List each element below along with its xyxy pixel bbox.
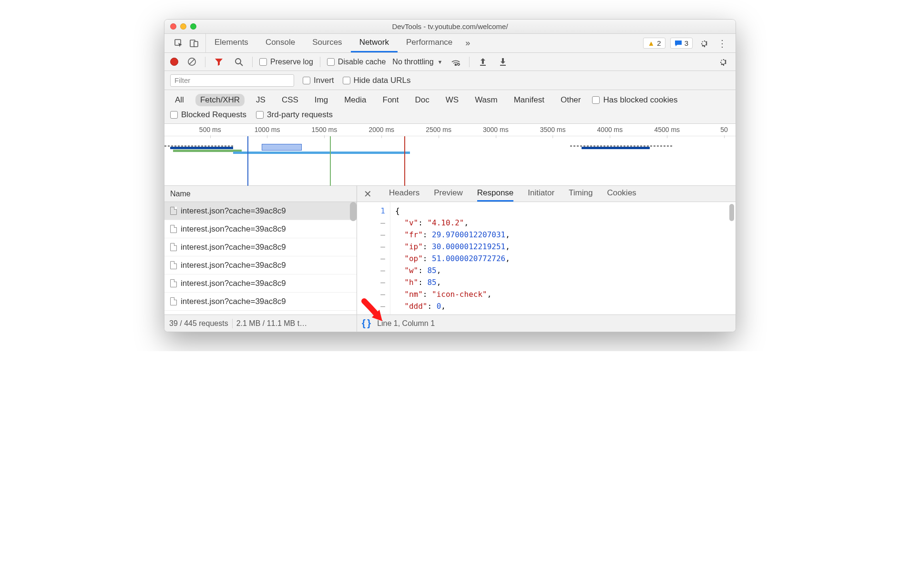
- minimize-window-button[interactable]: [180, 23, 186, 30]
- detail-tab-preview[interactable]: Preview: [434, 186, 462, 202]
- svg-point-8: [458, 63, 460, 65]
- tabs-overflow-icon[interactable]: »: [461, 37, 474, 50]
- kebab-menu-icon[interactable]: ⋮: [716, 37, 729, 50]
- request-name: interest.json?cache=39ac8c9: [181, 206, 286, 216]
- search-icon[interactable]: [232, 55, 245, 69]
- timeline-tick: 2000 ms: [368, 126, 394, 133]
- type-filter-all[interactable]: All: [170, 94, 189, 106]
- svg-point-7: [455, 64, 457, 65]
- request-name: interest.json?cache=39ac8c9: [181, 243, 286, 252]
- messages-badge[interactable]: 3: [670, 38, 693, 49]
- has-blocked-cookies-checkbox[interactable]: Has blocked cookies: [592, 95, 677, 105]
- warnings-count: 2: [657, 39, 661, 47]
- third-party-checkbox[interactable]: 3rd-party requests: [256, 110, 333, 120]
- request-list-header[interactable]: Name: [164, 186, 357, 202]
- tab-sources[interactable]: Sources: [304, 34, 350, 52]
- timeline-marker: [330, 136, 331, 186]
- disable-cache-checkbox[interactable]: Disable cache: [327, 58, 386, 66]
- pretty-print-icon[interactable]: { }: [362, 318, 370, 329]
- response-body[interactable]: 1–––––––– { "v": "4.10.2", "fr": 29.9700…: [357, 202, 736, 314]
- invert-checkbox[interactable]: Invert: [303, 76, 334, 85]
- message-icon: [675, 40, 682, 47]
- request-detail: ✕ HeadersPreviewResponseInitiatorTimingC…: [357, 186, 736, 314]
- type-filter-img[interactable]: Img: [310, 94, 333, 106]
- timeline-tick: 3000 ms: [483, 126, 509, 133]
- tab-network[interactable]: Network: [351, 34, 398, 52]
- record-button[interactable]: [170, 58, 178, 66]
- hide-data-urls-checkbox[interactable]: Hide data URLs: [343, 76, 411, 85]
- detail-tab-timing[interactable]: Timing: [569, 186, 593, 202]
- close-window-button[interactable]: [170, 23, 176, 30]
- svg-rect-10: [500, 65, 506, 66]
- network-settings-icon[interactable]: [716, 55, 730, 69]
- type-filter-doc[interactable]: Doc: [410, 94, 434, 106]
- request-row[interactable]: interest.json?cache=39ac8c9: [164, 202, 357, 220]
- detail-tab-cookies[interactable]: Cookies: [607, 186, 636, 202]
- file-icon: [170, 243, 177, 251]
- throttling-dropdown[interactable]: No throttling▼: [392, 58, 442, 66]
- request-row[interactable]: interest.json?cache=39ac8c9: [164, 256, 357, 274]
- timeline-tick: 4000 ms: [597, 126, 623, 133]
- detail-tab-initiator[interactable]: Initiator: [528, 186, 554, 202]
- svg-rect-2: [194, 41, 198, 47]
- device-toolbar-icon[interactable]: [187, 37, 201, 50]
- detail-tab-response[interactable]: Response: [477, 186, 514, 202]
- warnings-badge[interactable]: ▲ 2: [643, 38, 665, 49]
- clear-icon[interactable]: [185, 55, 198, 69]
- detail-tab-headers[interactable]: Headers: [389, 186, 419, 202]
- tab-elements[interactable]: Elements: [206, 34, 257, 52]
- svg-line-6: [240, 63, 243, 66]
- type-filter-manifest[interactable]: Manifest: [509, 94, 549, 106]
- type-filter-font[interactable]: Font: [378, 94, 404, 106]
- request-row[interactable]: interest.json?cache=39ac8c9: [164, 274, 357, 293]
- request-name: interest.json?cache=39ac8c9: [181, 297, 286, 306]
- timeline-tick: 1500 ms: [312, 126, 338, 133]
- timeline-marker: [247, 136, 248, 186]
- download-har-icon[interactable]: [496, 55, 510, 69]
- type-filter-media[interactable]: Media: [339, 94, 371, 106]
- filter-input[interactable]: Filter: [170, 74, 294, 87]
- request-row[interactable]: interest.json?cache=39ac8c9: [164, 293, 357, 311]
- svg-point-5: [235, 59, 241, 64]
- upload-har-icon[interactable]: [476, 55, 490, 69]
- requests-summary: 39 / 445 requests: [169, 319, 228, 328]
- request-row[interactable]: interest.json?cache=39ac8c9: [164, 220, 357, 238]
- chevron-down-icon: ▼: [438, 59, 443, 65]
- tab-performance[interactable]: Performance: [398, 34, 461, 52]
- request-list-scrollbar[interactable]: [350, 202, 357, 221]
- devtools-window: DevTools - tv.youtube.com/welcome/ Eleme…: [164, 19, 736, 332]
- tab-console[interactable]: Console: [257, 34, 304, 52]
- status-bar: 39 / 445 requests 2.1 MB / 11.1 MB t… { …: [164, 314, 736, 332]
- file-icon: [170, 279, 177, 287]
- type-filter-bar: AllFetch/XHRJSCSSImgMediaFontDocWSWasmMa…: [164, 90, 736, 108]
- type-filter-wasm[interactable]: Wasm: [470, 94, 502, 106]
- timeline-overview[interactable]: 500 ms1000 ms1500 ms2000 ms2500 ms3000 m…: [164, 124, 736, 186]
- blocked-requests-checkbox[interactable]: Blocked Requests: [170, 110, 246, 120]
- preserve-log-checkbox[interactable]: Preserve log: [259, 58, 313, 66]
- network-conditions-icon[interactable]: [449, 55, 462, 69]
- window-controls: [170, 23, 196, 30]
- file-icon: [170, 207, 177, 215]
- timeline-selection[interactable]: [262, 144, 302, 151]
- settings-icon[interactable]: [697, 37, 711, 50]
- inspect-element-icon[interactable]: [172, 37, 185, 50]
- close-detail-icon[interactable]: ✕: [364, 188, 372, 200]
- response-scrollbar[interactable]: [729, 204, 734, 221]
- filter-icon[interactable]: [212, 55, 225, 69]
- request-name: interest.json?cache=39ac8c9: [181, 279, 286, 288]
- timeline-tick: 2500 ms: [426, 126, 451, 133]
- request-row[interactable]: interest.json?cache=39ac8c9: [164, 238, 357, 256]
- type-filter-fetch-xhr[interactable]: Fetch/XHR: [195, 94, 245, 106]
- timeline-tick: 4500 ms: [654, 126, 680, 133]
- cursor-position: Line 1, Column 1: [377, 319, 435, 328]
- warning-icon: ▲: [647, 39, 655, 47]
- zoom-window-button[interactable]: [190, 23, 196, 30]
- type-filter-css[interactable]: CSS: [277, 94, 303, 106]
- overview-bar: [170, 147, 233, 149]
- type-filter-other[interactable]: Other: [556, 94, 586, 106]
- type-filter-ws[interactable]: WS: [441, 94, 463, 106]
- file-icon: [170, 261, 177, 269]
- type-filter-js[interactable]: JS: [251, 94, 270, 106]
- overview-bar: [582, 147, 650, 149]
- svg-rect-9: [480, 65, 486, 66]
